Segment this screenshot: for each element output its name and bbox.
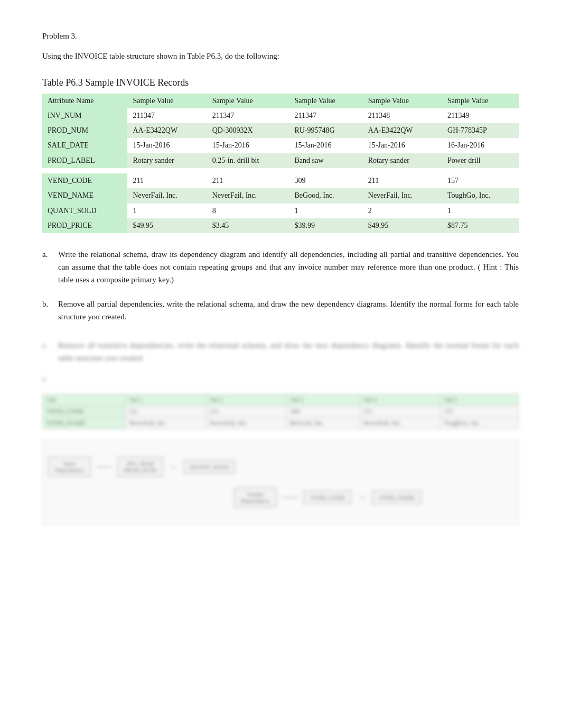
cell: 1 <box>127 204 207 218</box>
blurred-cell: NeverFail, Inc. <box>125 418 206 429</box>
cell: 211349 <box>442 108 519 123</box>
question-b: b. Remove all partial dependencies, writ… <box>42 298 519 323</box>
cell: 211 <box>127 173 207 188</box>
cell: $49.95 <box>127 218 207 233</box>
blurred-diagram-box: INV_NUMPROD_NUM <box>117 457 163 477</box>
blurred-invoice-table: Attr Val 1 Val 2 Val 3 Val 4 Val 5 VEND_… <box>42 394 519 429</box>
question-a: a. Write the relational schema, draw its… <box>42 248 519 286</box>
table-title: Table P6.3 Sample INVOICE Records <box>42 77 519 88</box>
intro-text: Using the INVOICE table structure shown … <box>42 50 519 62</box>
blurred-diagram-box: VEND_NAME <box>372 491 422 504</box>
attr-name: QUANT_SOLD <box>42 204 127 218</box>
blurred-cell: VEND_CODE <box>43 406 126 418</box>
question-a-text: Write the relational schema, draw its de… <box>58 248 519 286</box>
cell: 211347 <box>207 108 289 123</box>
cell: 211 <box>363 173 442 188</box>
cell: Rotary sander <box>363 153 442 168</box>
attr-name: PROD_NUM <box>42 123 127 138</box>
blurred-row: VEND_NAME NeverFail, Inc. NeverFail, Inc… <box>43 418 519 429</box>
cell: QD-300932X <box>207 123 289 138</box>
invoice-table: Attribute Name Sample Value Sample Value… <box>42 94 519 234</box>
table-row-spacer <box>42 168 519 173</box>
question-a-label: a. <box>42 248 58 286</box>
table-row: QUANT_SOLD 1 8 1 2 1 <box>42 204 519 218</box>
question-b-text: Remove all partial dependencies, write t… <box>58 298 519 323</box>
blurred-dependency-diagram: SalesDependency INV_NUMPROD_NUM → QUANT_… <box>42 440 519 524</box>
question-c-text: Remove all transitive dependencies, writ… <box>58 339 519 364</box>
cell: 211347 <box>127 108 207 123</box>
attr-name: PROD_PRICE <box>42 218 127 233</box>
cell: 157 <box>442 173 519 188</box>
cell: 15-Jan-2016 <box>207 138 289 153</box>
cell: Power drill <box>442 153 519 168</box>
blurred-row: Attr Val 1 Val 2 Val 3 Val 4 Val 5 <box>43 394 519 406</box>
blurred-cell: ToughGo, Inc. <box>441 418 519 429</box>
cell: Band saw <box>289 153 363 168</box>
spacer-cell <box>42 168 519 173</box>
attr-name: VEND_CODE <box>42 173 127 188</box>
cell: AA-E3422QW <box>127 123 207 138</box>
cell: 15-Jan-2016 <box>127 138 207 153</box>
cell: 211347 <box>289 108 363 123</box>
cell: ToughGo, Inc. <box>442 188 519 203</box>
col-header-4: Sample Value <box>363 94 442 108</box>
table-row: INV_NUM 211347 211347 211347 211348 2113… <box>42 108 519 123</box>
blurred-arrow: → <box>169 462 178 473</box>
cell: Rotary sander <box>127 153 207 168</box>
question-c-label: c. <box>42 339 58 364</box>
blurred-cell: Attr <box>43 394 126 406</box>
blurred-content: c. Remove all transitive dependencies, w… <box>42 339 519 524</box>
cell: RU-995748G <box>289 123 363 138</box>
blurred-cell: BeGood, Inc. <box>287 418 360 429</box>
blurred-cell: VEND_NAME <box>43 418 126 429</box>
blurred-cell: Val 4 <box>360 394 441 406</box>
cell: 1 <box>289 204 363 218</box>
attr-name: INV_NUM <box>42 108 127 123</box>
attr-name: VEND_NAME <box>42 188 127 203</box>
blurred-cell: 211 <box>360 406 441 418</box>
blurred-diagram-box: QUANT_SOLD <box>183 460 236 474</box>
question-c-blurred: c. Remove all transitive dependencies, w… <box>42 339 519 364</box>
cell: GH-778345P <box>442 123 519 138</box>
cell: AA-E3422QW <box>363 123 442 138</box>
blurred-cell: 157 <box>441 406 519 418</box>
cell: $3.45 <box>207 218 289 233</box>
cell: $39.99 <box>289 218 363 233</box>
blurred-diagram-box: VendorDependency <box>234 487 277 508</box>
blurred-cell: Val 3 <box>287 394 360 406</box>
cell: 8 <box>207 204 289 218</box>
problem-label: Problem 3. <box>42 32 519 41</box>
blurred-table-container: Attr Val 1 Val 2 Val 3 Val 4 Val 5 VEND_… <box>42 394 519 429</box>
table-row: SALE_DATE 15-Jan-2016 15-Jan-2016 15-Jan… <box>42 138 519 153</box>
cell: NeverFail, Inc. <box>127 188 207 203</box>
col-header-1: Sample Value <box>127 94 207 108</box>
table-row: PROD_PRICE $49.95 $3.45 $39.99 $49.95 $8… <box>42 218 519 233</box>
attr-name: SALE_DATE <box>42 138 127 153</box>
cell: 16-Jan-2016 <box>442 138 519 153</box>
cell: 15-Jan-2016 <box>363 138 442 153</box>
table-row: VEND_CODE 211 211 309 211 157 <box>42 173 519 188</box>
col-header-2: Sample Value <box>207 94 289 108</box>
question-b-label: b. <box>42 298 58 323</box>
table-header-row: Attribute Name Sample Value Sample Value… <box>42 94 519 108</box>
blurred-cell: Val 1 <box>125 394 206 406</box>
cell: NeverFail, Inc. <box>363 188 442 203</box>
blurred-diagram-box: SalesDependency <box>48 457 91 477</box>
blurred-arrow-line <box>282 497 298 498</box>
cell: 2 <box>363 204 442 218</box>
blurred-cell: NeverFail, Inc. <box>206 418 287 429</box>
attr-name: PROD_LABEL <box>42 153 127 168</box>
blurred-cell: 309 <box>287 406 360 418</box>
cell: BeGood, Inc. <box>289 188 363 203</box>
cell: 309 <box>289 173 363 188</box>
col-header-5: Sample Value <box>442 94 519 108</box>
blurred-cell: NeverFail, Inc. <box>360 418 441 429</box>
cell: 211348 <box>363 108 442 123</box>
blurred-row: VEND_CODE 211 211 309 211 157 <box>43 406 519 418</box>
blurred-cell: Val 2 <box>206 394 287 406</box>
cell: NeverFail, Inc. <box>207 188 289 203</box>
cell: $87.75 <box>442 218 519 233</box>
blurred-arrow-line <box>96 466 112 467</box>
cell: 211 <box>207 173 289 188</box>
blurred-diagram-label: c. <box>42 375 519 383</box>
